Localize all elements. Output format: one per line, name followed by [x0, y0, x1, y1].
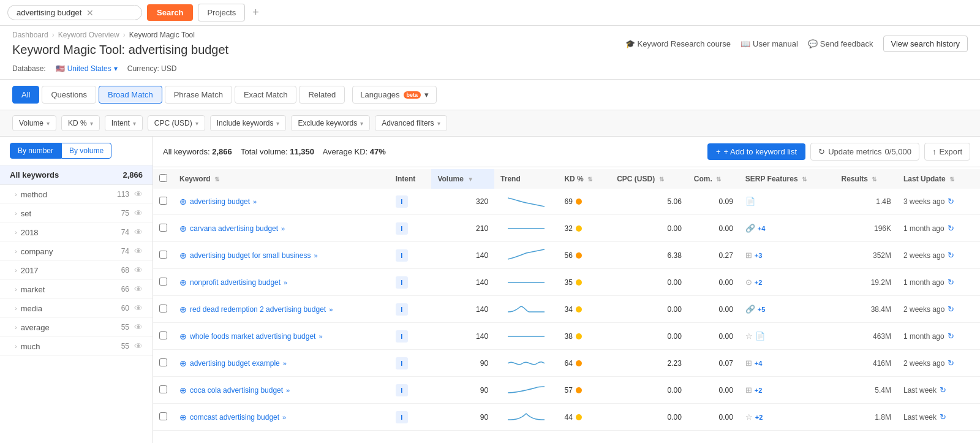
row-checkbox[interactable] — [159, 251, 167, 259]
serp-features-cell: ☆📄 — [745, 331, 829, 341]
tab-all[interactable]: All — [12, 86, 39, 104]
row-checkbox-cell[interactable] — [153, 269, 173, 296]
tab-questions[interactable]: Questions — [42, 86, 96, 104]
database-country-link[interactable]: 🇺🇸 United States ▾ — [56, 64, 118, 73]
sidebar-item[interactable]: › average 55 👁 — [0, 318, 153, 337]
keyword-link[interactable]: ⊕ advertising budget example » — [179, 358, 383, 368]
kd-filter[interactable]: KD % ▾ — [61, 115, 100, 131]
expand-icon: › — [15, 343, 17, 350]
keyword-link[interactable]: ⊕ whole foods market advertising budget … — [179, 331, 383, 341]
breadcrumb-keyword-overview[interactable]: Keyword Overview — [58, 31, 119, 39]
last-update-text: 2 weeks ago — [903, 305, 944, 314]
last-update-text: Last week — [903, 413, 937, 422]
row-checkbox[interactable] — [159, 197, 167, 205]
keyword-link[interactable]: ⊕ advertising budget » — [179, 197, 383, 206]
serp-cell-container: ⊞+4 — [739, 350, 835, 377]
trend-sparkline — [508, 355, 545, 369]
row-checkbox[interactable] — [159, 278, 167, 286]
row-checkbox-cell[interactable] — [153, 215, 173, 242]
eye-icon[interactable]: 👁 — [134, 303, 143, 313]
refresh-icon[interactable]: ↻ — [940, 385, 946, 395]
row-checkbox[interactable] — [159, 358, 167, 366]
row-checkbox-cell[interactable] — [153, 323, 173, 350]
eye-icon[interactable]: 👁 — [134, 208, 143, 218]
refresh-icon[interactable]: ↻ — [948, 224, 954, 233]
send-feedback-link[interactable]: 💬 Send feedback — [808, 39, 873, 48]
eye-icon[interactable]: 👁 — [134, 189, 143, 199]
cpc-cell: 0.00 — [611, 404, 688, 431]
add-tab-button[interactable]: + — [250, 6, 262, 19]
row-checkbox-cell[interactable] — [153, 350, 173, 377]
close-search-button[interactable]: ✕ — [86, 9, 94, 17]
tab-phrase-match[interactable]: Phrase Match — [165, 86, 232, 104]
add-to-keyword-list-button[interactable]: + + Add to keyword list — [707, 143, 805, 160]
refresh-icon[interactable]: ↻ — [948, 197, 954, 206]
tab-exact-match[interactable]: Exact Match — [235, 86, 297, 104]
row-checkbox[interactable] — [159, 224, 167, 232]
eye-icon[interactable]: 👁 — [134, 246, 143, 256]
advanced-filters[interactable]: Advanced filters ▾ — [375, 115, 447, 131]
keyword-research-course-link[interactable]: 🎓 Keyword Research course — [625, 39, 731, 48]
sidebar-item[interactable]: › media 60 👁 — [0, 299, 153, 318]
row-checkbox-cell[interactable] — [153, 242, 173, 269]
eye-icon[interactable]: 👁 — [134, 341, 143, 351]
sidebar-all-keywords-row[interactable]: All keywords 2,866 — [0, 165, 153, 185]
tab-broad-match[interactable]: Broad Match — [99, 86, 162, 104]
include-keywords-filter[interactable]: Include keywords ▾ — [210, 115, 287, 131]
row-checkbox[interactable] — [159, 385, 167, 393]
sidebar-item[interactable]: › market 66 👁 — [0, 280, 153, 299]
tab-related[interactable]: Related — [299, 86, 345, 104]
breadcrumb-dashboard[interactable]: Dashboard — [12, 31, 48, 39]
row-checkbox-cell[interactable] — [153, 296, 173, 323]
volume-cell: 320 — [431, 187, 494, 215]
by-volume-button[interactable]: By volume — [61, 143, 111, 159]
serp-cell-container: ⊙+2 — [739, 269, 835, 296]
row-checkbox-cell[interactable] — [153, 187, 173, 215]
sidebar-item[interactable]: › company 74 👁 — [0, 242, 153, 261]
refresh-icon[interactable]: ↻ — [948, 358, 954, 368]
eye-icon[interactable]: 👁 — [134, 227, 143, 237]
refresh-icon[interactable]: ↻ — [948, 305, 954, 314]
projects-button[interactable]: Projects — [198, 4, 245, 21]
page-title: Keyword Magic Tool: advertising budget — [12, 43, 228, 57]
keyword-link[interactable]: ⊕ comcast advertising budget » — [179, 412, 383, 422]
eye-icon[interactable]: 👁 — [134, 265, 143, 275]
refresh-icon[interactable]: ↻ — [948, 278, 954, 287]
cpc-filter[interactable]: CPC (USD) ▾ — [148, 115, 205, 131]
row-checkbox[interactable] — [159, 331, 167, 339]
refresh-icon[interactable]: ↻ — [948, 251, 954, 260]
sidebar-item[interactable]: › set 75 👁 — [0, 204, 153, 223]
eye-icon[interactable]: 👁 — [134, 322, 143, 332]
keyword-link[interactable]: ⊕ carvana advertising budget » — [179, 224, 383, 233]
intent-filter[interactable]: Intent ▾ — [105, 115, 143, 131]
search-button[interactable]: Search — [147, 4, 193, 21]
row-checkbox[interactable] — [159, 412, 167, 420]
tab-languages[interactable]: Languages beta ▾ — [352, 86, 437, 104]
sidebar-item[interactable]: › 2018 74 👁 — [0, 223, 153, 242]
sidebar-item[interactable]: › method 113 👁 — [0, 185, 153, 204]
eye-icon[interactable]: 👁 — [134, 284, 143, 294]
table-row: ⊕ advertising budget for small business … — [153, 242, 980, 269]
keyword-link[interactable]: ⊕ advertising budget for small business … — [179, 251, 383, 260]
keyword-link[interactable]: ⊕ nonprofit advertising budget » — [179, 278, 383, 287]
view-history-button[interactable]: View search history — [883, 36, 968, 52]
sidebar-item[interactable]: › much 55 👁 — [0, 337, 153, 356]
sidebar-item[interactable]: › 2017 68 👁 — [0, 261, 153, 280]
volume-filter[interactable]: Volume ▾ — [12, 115, 56, 131]
keyword-link[interactable]: ⊕ red dead redemption 2 advertising budg… — [179, 305, 383, 314]
by-number-button[interactable]: By number — [10, 143, 61, 159]
row-checkbox-cell[interactable] — [153, 377, 173, 404]
exclude-keywords-filter[interactable]: Exclude keywords ▾ — [291, 115, 370, 131]
export-button[interactable]: ↑ Export — [924, 143, 970, 161]
keyword-link[interactable]: ⊕ coca cola advertising budget » — [179, 385, 383, 395]
row-checkbox[interactable] — [159, 305, 167, 312]
refresh-icon[interactable]: ↻ — [948, 331, 954, 341]
table-row: ⊕ advertising budget example » I 90 64 2… — [153, 350, 980, 377]
row-checkbox-cell[interactable] — [153, 404, 173, 431]
trend-sparkline — [508, 409, 545, 423]
refresh-icon[interactable]: ↻ — [940, 412, 946, 422]
serp-features-cell: ⊞+3 — [745, 251, 829, 260]
user-manual-link[interactable]: 📖 User manual — [741, 39, 798, 48]
update-metrics-button[interactable]: ↻ Update metrics 0/5,000 — [810, 143, 919, 161]
select-all-checkbox[interactable] — [159, 174, 167, 182]
